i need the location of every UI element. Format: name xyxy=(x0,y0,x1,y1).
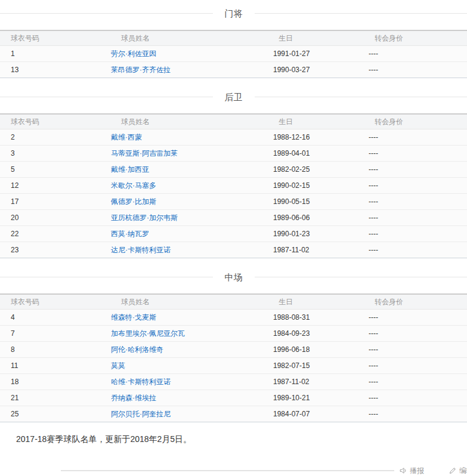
player-name-cell: 加布里埃尔·佩尼亚尔瓦 xyxy=(100,326,262,342)
roster-section: 门将球衣号码球员姓名生日转会身价1劳尔·利佐亚因1991-01-27----13… xyxy=(0,8,467,78)
jersey-number-cell: 1 xyxy=(0,46,100,62)
table-row: 20亚历杭德罗·加尔韦斯1989-06-06---- xyxy=(0,210,467,226)
table-row: 17佩德罗·比加斯1990-05-15---- xyxy=(0,194,467,210)
heading-line-left xyxy=(0,277,213,277)
player-name-link[interactable]: 达尼·卡斯特利亚诺 xyxy=(111,246,171,254)
transfer-value-cell: ---- xyxy=(358,210,467,226)
player-name-cell: 戴维·西蒙 xyxy=(100,129,262,146)
player-name-link[interactable]: 亚历杭德罗·加尔韦斯 xyxy=(111,214,178,222)
heading-line-left xyxy=(0,97,213,97)
birthday-cell: 1984-07-07 xyxy=(262,406,358,422)
birthday-cell: 1982-02-25 xyxy=(262,162,358,178)
player-name-link[interactable]: 西莫·纳瓦罗 xyxy=(111,230,149,238)
player-name-cell: 阿尔贝托·阿奎拉尼 xyxy=(100,406,262,422)
jersey-number-cell: 25 xyxy=(0,406,100,422)
heading-line-right xyxy=(255,277,467,277)
player-name-link[interactable]: 莱昂德罗·齐齐佐拉 xyxy=(111,66,171,74)
roster-table: 球衣号码球员姓名生日转会身价2戴维·西蒙1988-12-16----3马蒂亚斯·… xyxy=(0,113,467,258)
birthday-header: 生日 xyxy=(262,30,358,46)
player-name-link[interactable]: 戴维·西蒙 xyxy=(111,133,142,141)
table-row: 25阿尔贝托·阿奎拉尼1984-07-07---- xyxy=(0,406,467,422)
player-name-link[interactable]: 加布里埃尔·佩尼亚尔瓦 xyxy=(111,329,185,338)
transfer-value-cell: ---- xyxy=(358,146,467,162)
jersey-number-cell: 20 xyxy=(0,210,100,226)
table-row: 21乔纳森·维埃拉1989-10-21---- xyxy=(0,390,467,406)
transfer-value-cell: ---- xyxy=(358,178,467,194)
birthday-cell: 1988-12-16 xyxy=(262,129,358,146)
jersey-number-cell: 18 xyxy=(0,374,100,390)
birthday-cell: 1990-03-27 xyxy=(262,62,358,78)
broadcast-button[interactable]: 播报 xyxy=(399,466,424,476)
jersey-number-cell: 23 xyxy=(0,242,100,258)
player-name-header: 球员姓名 xyxy=(100,114,262,129)
jersey-number-cell: 7 xyxy=(0,326,100,342)
player-name-header: 球员姓名 xyxy=(100,294,262,310)
transfer-value-cell: ---- xyxy=(358,194,467,210)
player-name-cell: 哈维·卡斯特利亚诺 xyxy=(100,374,262,390)
speaker-icon xyxy=(399,466,407,475)
player-name-link[interactable]: 阿伦·哈利洛维奇 xyxy=(111,345,163,354)
jersey-number-cell: 8 xyxy=(0,342,100,358)
table-row: 1劳尔·利佐亚因1991-01-27---- xyxy=(0,46,467,62)
table-row: 22西莫·纳瓦罗1990-01-23---- xyxy=(0,226,467,242)
player-name-link[interactable]: 阿尔贝托·阿奎拉尼 xyxy=(111,410,171,418)
section-heading: 中场 xyxy=(0,272,467,282)
table-header-row: 球衣号码球员姓名生日转会身价 xyxy=(0,294,467,310)
jersey-number-header: 球衣号码 xyxy=(0,114,100,129)
section-heading: 后卫 xyxy=(0,92,467,102)
jersey-number-cell: 21 xyxy=(0,390,100,406)
player-name-link[interactable]: 戴维·加西亚 xyxy=(111,165,149,174)
transfer-value-cell: ---- xyxy=(358,406,467,422)
birthday-header: 生日 xyxy=(262,294,358,310)
footer-divider xyxy=(61,470,394,471)
table-row: 7加布里埃尔·佩尼亚尔瓦1984-09-23---- xyxy=(0,326,467,342)
table-row: 3马蒂亚斯·阿吉雷加莱1989-04-01---- xyxy=(0,146,467,162)
transfer-value-cell: ---- xyxy=(358,226,467,242)
birthday-cell: 1989-06-06 xyxy=(262,210,358,226)
jersey-number-cell: 3 xyxy=(0,146,100,162)
player-name-cell: 莱昂德罗·齐齐佐拉 xyxy=(100,62,262,78)
transfer-value-header: 转会身价 xyxy=(358,294,467,310)
edit-button[interactable]: 编辑 xyxy=(449,466,467,476)
transfer-value-cell: ---- xyxy=(358,46,467,62)
player-name-cell: 西莫·纳瓦罗 xyxy=(100,226,262,242)
jersey-number-cell: 11 xyxy=(0,358,100,374)
table-row: 8阿伦·哈利洛维奇1996-06-18---- xyxy=(0,342,467,358)
player-name-cell: 米歇尔·马塞多 xyxy=(100,178,262,194)
table-row: 2戴维·西蒙1988-12-16---- xyxy=(0,129,467,146)
player-name-cell: 佩德罗·比加斯 xyxy=(100,194,262,210)
birthday-cell: 1990-01-23 xyxy=(262,226,358,242)
birthday-cell: 1987-11-02 xyxy=(262,374,358,390)
player-name-link[interactable]: 佩德罗·比加斯 xyxy=(111,197,156,206)
player-name-cell: 劳尔·利佐亚因 xyxy=(100,46,262,62)
table-header-row: 球衣号码球员姓名生日转会身价 xyxy=(0,114,467,129)
table-row: 13莱昂德罗·齐齐佐拉1990-03-27---- xyxy=(0,62,467,78)
jersey-number-header: 球衣号码 xyxy=(0,294,100,310)
transfer-value-header: 转会身价 xyxy=(358,30,467,46)
player-name-link[interactable]: 马蒂亚斯·阿吉雷加莱 xyxy=(111,149,178,157)
jersey-number-header: 球衣号码 xyxy=(0,30,100,46)
player-name-link[interactable]: 米歇尔·马塞多 xyxy=(111,181,156,190)
birthday-cell: 1989-04-01 xyxy=(262,146,358,162)
transfer-value-cell: ---- xyxy=(358,62,467,78)
birthday-header: 生日 xyxy=(262,114,358,129)
player-name-cell: 戴维·加西亚 xyxy=(100,162,262,178)
section-title-text: 后卫 xyxy=(225,92,243,102)
roster-note: 2017-18赛季球队名单，更新于2018年2月5日。 xyxy=(16,434,467,444)
player-name-link[interactable]: 莫莫 xyxy=(111,361,125,370)
roster-section: 后卫球衣号码球员姓名生日转会身价2戴维·西蒙1988-12-16----3马蒂亚… xyxy=(0,92,467,258)
transfer-value-cell: ---- xyxy=(358,342,467,358)
roster-section: 中场球衣号码球员姓名生日转会身价4维森特·戈麦斯1988-08-31----7加… xyxy=(0,272,467,422)
birthday-cell: 1990-05-15 xyxy=(262,194,358,210)
pencil-icon xyxy=(449,466,457,475)
player-name-link[interactable]: 劳尔·利佐亚因 xyxy=(111,50,156,58)
jersey-number-cell: 5 xyxy=(0,162,100,178)
player-name-link[interactable]: 维森特·戈麦斯 xyxy=(111,313,156,322)
player-name-link[interactable]: 哈维·卡斯特利亚诺 xyxy=(111,378,171,386)
table-row: 4维森特·戈麦斯1988-08-31---- xyxy=(0,310,467,326)
section-title-text: 门将 xyxy=(225,8,243,18)
player-name-cell: 达尼·卡斯特利亚诺 xyxy=(100,242,262,258)
jersey-number-cell: 13 xyxy=(0,62,100,78)
player-name-link[interactable]: 乔纳森·维埃拉 xyxy=(111,394,156,402)
broadcast-label: 播报 xyxy=(410,466,424,476)
